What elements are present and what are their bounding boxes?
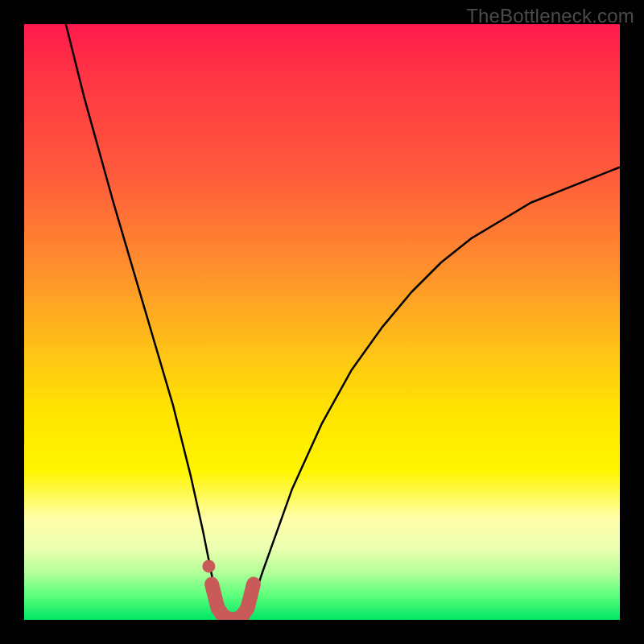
curve-svg [24,24,620,620]
chart-frame: TheBottleneck.com [0,0,644,644]
highlight-marker [202,559,215,572]
highlight-segment [212,584,254,620]
bottleneck-curve [66,24,620,620]
plot-area [24,24,620,620]
